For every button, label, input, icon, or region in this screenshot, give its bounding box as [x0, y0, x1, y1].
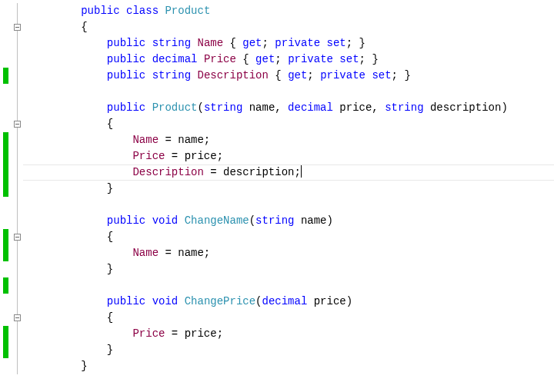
code-line[interactable]: public class Product — [29, 3, 508, 19]
fold-toggle[interactable] — [14, 24, 21, 31]
code-line[interactable]: public decimal Price { get; private set;… — [29, 51, 508, 68]
change-marker — [3, 326, 8, 342]
indent — [29, 327, 132, 340]
code-line[interactable]: { — [29, 229, 508, 245]
token: public — [107, 69, 145, 81]
indent — [29, 360, 81, 372]
token: Description — [197, 69, 268, 81]
code-line[interactable] — [29, 197, 508, 213]
indent — [29, 166, 132, 178]
code-line[interactable] — [29, 84, 508, 100]
change-marker — [3, 245, 8, 261]
token: set — [327, 37, 346, 49]
token: ( — [255, 295, 262, 307]
change-marker — [3, 181, 8, 197]
fold-toggle[interactable] — [14, 121, 21, 128]
code-line[interactable]: } — [29, 342, 508, 358]
code-line[interactable]: } — [29, 261, 508, 277]
token: decimal — [262, 295, 308, 307]
token: get — [255, 53, 275, 65]
indent — [29, 214, 107, 227]
token: = price; — [165, 327, 223, 340]
token: { — [81, 21, 87, 33]
indent — [29, 5, 81, 17]
token: Price — [132, 150, 165, 162]
code-area[interactable]: public class Product { public string Nam… — [29, 3, 508, 374]
token: public — [107, 295, 145, 307]
token: string — [204, 101, 242, 114]
token: public — [107, 53, 145, 65]
fold-toggle[interactable] — [14, 234, 21, 241]
indent — [29, 150, 132, 162]
token: { — [236, 53, 255, 65]
token: decimal — [152, 53, 198, 65]
token: private — [288, 53, 333, 65]
code-editor[interactable]: public class Product { public string Nam… — [0, 0, 554, 392]
code-line[interactable]: } — [29, 358, 508, 374]
fold-toggle[interactable] — [14, 314, 21, 321]
token: Description — [132, 166, 203, 178]
token: Product — [165, 5, 210, 17]
token: } — [107, 263, 113, 275]
code-line[interactable]: Description = description; — [29, 164, 508, 181]
token — [145, 69, 152, 81]
indent — [29, 182, 107, 194]
indent — [29, 101, 107, 114]
token: description) — [424, 101, 508, 114]
change-marker — [3, 229, 8, 245]
token: ; — [262, 37, 275, 49]
indent — [29, 53, 107, 65]
token: = price; — [165, 150, 223, 162]
indent — [29, 311, 107, 324]
code-line[interactable]: public Product(string name, decimal pric… — [29, 100, 508, 116]
code-line[interactable]: Name = name; — [29, 132, 508, 148]
token: private — [320, 69, 365, 81]
code-line[interactable]: public string Description { get; private… — [29, 68, 508, 84]
token: get — [242, 37, 262, 49]
indent — [29, 344, 107, 356]
indent — [29, 118, 107, 130]
token — [145, 295, 152, 307]
code-line[interactable]: { — [29, 116, 508, 132]
token: get — [288, 69, 307, 81]
code-line[interactable]: public void ChangeName(string name) — [29, 213, 508, 229]
code-line[interactable]: } — [29, 181, 508, 197]
code-line[interactable]: Name = name; — [29, 245, 508, 261]
code-line[interactable] — [29, 277, 508, 294]
token: public — [107, 37, 145, 49]
token — [178, 295, 184, 307]
token: Name — [132, 134, 159, 146]
token — [320, 37, 326, 49]
token — [145, 101, 152, 114]
token: = description; — [204, 166, 301, 178]
token: } — [107, 182, 113, 194]
indent — [29, 21, 81, 33]
gutter — [0, 0, 23, 392]
token: price, — [333, 101, 385, 114]
token: { — [269, 69, 288, 81]
code-line[interactable]: { — [29, 310, 508, 326]
change-marker — [3, 342, 8, 358]
token: string — [152, 69, 191, 81]
token: ; } — [346, 37, 365, 49]
indent — [29, 295, 107, 307]
token: void — [152, 214, 179, 227]
token: ; } — [392, 69, 411, 81]
code-line[interactable]: { — [29, 19, 508, 35]
code-line[interactable]: public void ChangePrice(decimal price) — [29, 294, 508, 310]
token: name) — [295, 214, 333, 227]
token — [145, 53, 152, 65]
change-marker — [3, 277, 8, 294]
token: { — [107, 311, 113, 324]
token — [145, 214, 152, 227]
code-line[interactable]: public string Name { get; private set; } — [29, 35, 508, 51]
token: string — [255, 214, 294, 227]
change-marker — [3, 164, 8, 181]
indent — [29, 37, 107, 49]
token: decimal — [288, 101, 333, 114]
token: ; — [307, 69, 320, 81]
token — [178, 214, 184, 227]
change-marker — [3, 132, 8, 148]
code-line[interactable]: Price = price; — [29, 148, 508, 164]
code-line[interactable]: Price = price; — [29, 326, 508, 342]
